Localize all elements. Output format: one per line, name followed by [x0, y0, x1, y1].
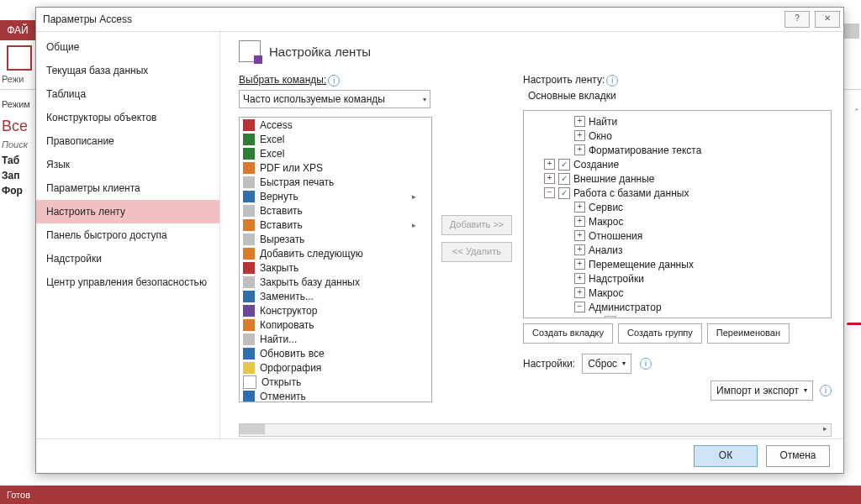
nav-all-objects[interactable]: Все [2, 118, 28, 135]
app-logo [7, 45, 32, 71]
tree-node[interactable]: +Перемещение данных [526, 257, 829, 271]
chevron-down-icon: ▾ [423, 96, 426, 103]
file-tab[interactable]: ФАЙ [0, 20, 35, 40]
mode-label-1: Режи [2, 74, 24, 84]
window-close-button[interactable]: ✕ [815, 11, 840, 28]
list-item[interactable]: Копировать [240, 318, 431, 332]
nav-search[interactable]: Поиск [2, 139, 28, 150]
ribbon-customize-icon [239, 40, 261, 62]
ok-button[interactable]: ОК [694, 445, 758, 467]
scroll-right-icon[interactable]: ▸ [819, 424, 831, 434]
info-icon[interactable]: i [640, 358, 652, 370]
sidebar-item-client-settings[interactable]: Параметры клиента [36, 176, 219, 200]
nav-group-tables[interactable]: Таб [2, 155, 19, 166]
list-item[interactable]: Вернуть▸ [240, 189, 431, 203]
panel-collapse-icon[interactable]: ˄ [854, 108, 859, 118]
sidebar-item-general[interactable]: Общие [36, 35, 219, 59]
annotation-underline [847, 323, 861, 325]
sidebar-item-object-designers[interactable]: Конструкторы объектов [36, 106, 219, 129]
list-item[interactable]: Вставить▸ [240, 218, 431, 232]
list-item[interactable]: Excel [240, 146, 431, 160]
add-button[interactable]: Добавить >> [441, 215, 512, 235]
rename-button[interactable]: Переименован [707, 323, 790, 344]
list-item[interactable]: Обновить все [240, 346, 431, 360]
list-item[interactable]: Заменить... [240, 289, 431, 303]
options-dialog: Параметры Access ? ✕ Общие Текущая база … [35, 7, 844, 474]
info-icon[interactable]: i [820, 385, 832, 396]
customize-ribbon-label: Настроить ленту:i [523, 74, 832, 87]
list-item[interactable]: PDF или XPS [240, 160, 431, 175]
choose-commands-dropdown[interactable]: Часто используемые команды▾ [239, 90, 430, 108]
choose-commands-label: Выбрать команды:i [239, 74, 430, 87]
list-item[interactable]: Закрыть базу данных [240, 275, 431, 289]
tree-node[interactable]: +Найти [526, 114, 829, 129]
tree-node[interactable]: +Сервис [526, 200, 829, 214]
form-icon [605, 316, 616, 319]
choose-commands-value: Часто используемые команды [243, 93, 385, 105]
commands-listbox[interactable]: Access Excel Excel PDF или XPS Быстрая п… [239, 117, 432, 402]
tree-node[interactable]: −Администратор [526, 300, 829, 314]
tree-node[interactable]: +Отношения [526, 228, 829, 243]
mode-label-2: Режим [2, 99, 30, 109]
list-item[interactable]: Excel [240, 132, 431, 146]
nav-group-queries[interactable]: Зап [2, 170, 19, 181]
list-item[interactable]: Access [240, 118, 431, 132]
info-icon[interactable]: i [606, 75, 618, 87]
list-item[interactable]: Найти... [240, 332, 431, 346]
list-item[interactable]: Вставить [240, 203, 431, 218]
tree-node[interactable]: +✓Создание [526, 157, 829, 171]
list-item[interactable]: Конструктор [240, 303, 431, 318]
sidebar-item-addins[interactable]: Надстройки [36, 247, 219, 270]
list-item[interactable]: Орфография [240, 360, 431, 375]
ribbon-tree[interactable]: +Найти +Окно +Форматирование текста +✓Со… [523, 110, 832, 318]
tree-node[interactable]: −✓Работа с базами данных [526, 186, 829, 200]
sidebar-item-current-db[interactable]: Текущая база данных [36, 59, 219, 82]
reset-dropdown[interactable]: Сброс▾ [582, 354, 631, 374]
tree-node[interactable]: +Окно [526, 129, 829, 143]
new-tab-button[interactable]: Создать вкладку [523, 323, 613, 344]
sidebar-item-quick-access[interactable]: Панель быстрого доступа [36, 223, 219, 247]
sidebar-item-datasheet[interactable]: Таблица [36, 82, 219, 106]
customize-ribbon-value[interactable]: Основные вкладки [528, 90, 832, 102]
tree-node[interactable]: +Анализ [526, 243, 829, 257]
dialog-title: Параметры Access [43, 13, 132, 25]
list-item[interactable]: Закрыть [240, 260, 431, 275]
dialog-footer: ОК Отмена [36, 438, 843, 473]
nav-group-forms[interactable]: Фор [2, 185, 23, 197]
sidebar-item-customize-ribbon[interactable]: Настроить ленту [36, 200, 219, 223]
tree-node[interactable]: +✓Внешние данные [526, 171, 829, 186]
customizations-label: Настройки: [523, 358, 575, 370]
avatar[interactable] [844, 24, 859, 39]
info-icon[interactable]: i [328, 75, 340, 87]
new-group-button[interactable]: Создать группу [618, 323, 702, 344]
page-title: Настройка ленты [269, 45, 371, 59]
dialog-titlebar: Параметры Access ? ✕ [36, 8, 843, 32]
status-bar: Готов [0, 486, 861, 504]
cancel-button[interactable]: Отмена [766, 445, 830, 467]
tree-node[interactable]: +Макрос [526, 214, 829, 228]
import-export-dropdown[interactable]: Импорт и экспорт▾ [710, 381, 813, 401]
remove-button[interactable]: << Удалить [441, 242, 512, 262]
tree-node[interactable]: +Форматирование текста [526, 143, 829, 157]
options-main-panel: Настройка ленты Выбрать команды:i Часто … [220, 32, 843, 438]
list-item[interactable]: Открыть [240, 375, 431, 389]
list-item[interactable]: Вырезать [240, 232, 431, 246]
list-item[interactable]: Быстрая печать [240, 175, 431, 189]
tree-node[interactable]: +Макрос [526, 286, 829, 300]
list-item[interactable]: Отменить [240, 389, 431, 402]
options-sidebar: Общие Текущая база данных Таблица Констр… [36, 32, 220, 438]
sidebar-item-proofing[interactable]: Правописание [36, 129, 219, 153]
tree-leaf-switchboard[interactable]: Диспетчер кнопочных форм [526, 314, 829, 318]
tree-node[interactable]: +Надстройки [526, 271, 829, 286]
horizontal-scrollbar[interactable]: ◂ ▸ [239, 423, 832, 437]
sidebar-item-language[interactable]: Язык [36, 153, 219, 176]
window-help-button[interactable]: ? [784, 11, 810, 28]
scrollbar-thumb[interactable] [240, 424, 265, 434]
sidebar-item-trust-center[interactable]: Центр управления безопасностью [36, 270, 219, 294]
list-item[interactable]: Добавить следующую [240, 246, 431, 260]
